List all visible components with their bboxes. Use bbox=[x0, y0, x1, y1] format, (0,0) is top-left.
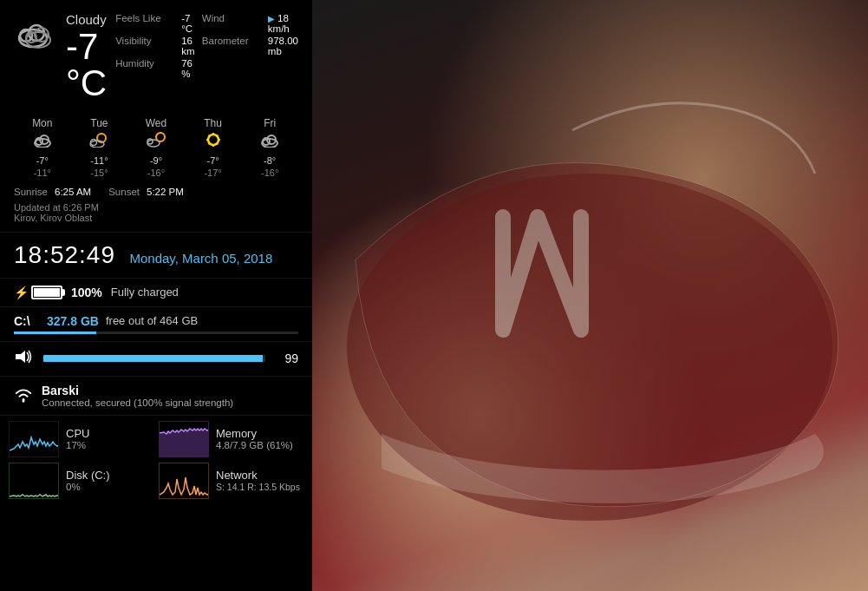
memory-graph bbox=[159, 421, 209, 457]
svg-line-25 bbox=[208, 143, 210, 145]
clock-time: 18:52:49 bbox=[14, 241, 115, 268]
barometer-value: 978.00 mb bbox=[268, 36, 298, 56]
disk-stat-name: Disk (C:) bbox=[66, 469, 110, 482]
stats-section: CPU 17% Memory 4.8/7.9 GB (61%) bbox=[0, 416, 312, 504]
weather-temperature: -7 °C bbox=[66, 29, 107, 102]
disk-label: C:\ bbox=[14, 314, 40, 328]
wind-value: ▶ 18 km/h bbox=[268, 13, 298, 34]
svg-marker-29 bbox=[16, 351, 25, 363]
memory-value: 4.8/7.9 GB (61%) bbox=[216, 440, 293, 450]
network-value: S: 14.1 R: 13.5 Kbps bbox=[216, 482, 300, 492]
updated-text: Updated at 6:26 PM bbox=[14, 202, 298, 213]
sunset-label: Sunset bbox=[108, 187, 140, 197]
day-icon-tue bbox=[89, 132, 108, 152]
barometer-label: Barometer bbox=[202, 36, 263, 56]
battery-percentage: 100% bbox=[71, 286, 102, 299]
day-icon-fri bbox=[260, 132, 279, 152]
weather-footer: Updated at 6:26 PM Kirov, Kirov Oblast bbox=[14, 202, 298, 223]
disk-desc: free out of 464 GB bbox=[106, 314, 198, 327]
volume-icon bbox=[14, 349, 35, 369]
clock-section: 18:52:49 Monday, March 05, 2018 bbox=[0, 233, 312, 279]
svg-line-22 bbox=[208, 135, 210, 137]
forecast-row: Mon -7° -11° Tue bbox=[14, 110, 298, 180]
day-name-thu: Thu bbox=[204, 117, 222, 129]
wifi-name: Barski bbox=[42, 384, 233, 397]
battery-bar bbox=[31, 286, 62, 299]
humidity-label: Humidity bbox=[115, 58, 176, 79]
location-text: Kirov, Kirov Oblast bbox=[14, 213, 298, 223]
wifi-status: Connected, secured (100% signal strength… bbox=[42, 397, 233, 408]
stat-network: Network S: 14.1 R: 13.5 Kbps bbox=[159, 463, 303, 499]
sunrise-label: Sunrise bbox=[14, 187, 48, 197]
forecast-day-mon: Mon -7° -11° bbox=[14, 117, 71, 180]
feels-like-label: Feels Like bbox=[115, 13, 176, 34]
stat-memory: Memory 4.8/7.9 GB (61%) bbox=[159, 421, 303, 457]
weather-section: Cloudy -7 °C Feels Like -7 °C Wind ▶ 18 … bbox=[0, 0, 312, 233]
wifi-section: Barski Connected, secured (100% signal s… bbox=[0, 377, 312, 416]
wifi-icon bbox=[14, 384, 33, 407]
svg-line-23 bbox=[217, 143, 219, 145]
humidity-value: 76 % bbox=[181, 58, 202, 79]
day-icon-thu bbox=[204, 132, 223, 152]
left-panel: Cloudy -7 °C Feels Like -7 °C Wind ▶ 18 … bbox=[0, 0, 312, 591]
stat-disk: Disk (C:) 0% bbox=[9, 463, 153, 499]
forecast-day-fri: Fri -8° -16° bbox=[241, 117, 298, 180]
day-name-wed: Wed bbox=[146, 117, 166, 129]
background-image bbox=[312, 0, 868, 591]
disk-graph bbox=[9, 463, 59, 499]
svg-point-15 bbox=[147, 140, 160, 147]
sunset-value: 5:22 PM bbox=[147, 187, 184, 197]
volume-section: 99 bbox=[0, 342, 312, 377]
feels-like-value: -7 °C bbox=[181, 13, 202, 34]
day-name-fri: Fri bbox=[264, 117, 276, 129]
weather-icon bbox=[14, 16, 57, 58]
visibility-label: Visibility bbox=[115, 36, 176, 56]
disk-free: 327.8 GB bbox=[47, 314, 99, 328]
clock-date: Monday, March 05, 2018 bbox=[129, 251, 272, 266]
forecast-day-thu: Thu -7° -17° bbox=[185, 117, 242, 180]
cpu-name: CPU bbox=[66, 427, 89, 440]
plug-icon: ⚡ bbox=[14, 286, 29, 299]
day-icon-mon bbox=[33, 132, 52, 152]
memory-name: Memory bbox=[216, 427, 293, 440]
battery-section: ⚡ 100% Fully charged bbox=[0, 279, 312, 307]
day-name-mon: Mon bbox=[32, 117, 52, 129]
wind-label: Wind bbox=[202, 13, 263, 34]
stat-cpu: CPU 17% bbox=[9, 421, 153, 457]
cpu-value: 17% bbox=[66, 440, 89, 450]
day-icon-wed bbox=[147, 132, 166, 152]
svg-line-24 bbox=[217, 135, 219, 137]
network-graph bbox=[159, 463, 209, 499]
volume-fill bbox=[43, 355, 263, 362]
network-name: Network bbox=[216, 469, 300, 482]
volume-value: 99 bbox=[274, 351, 298, 365]
sunrise-value: 6:25 AM bbox=[55, 187, 91, 197]
battery-icon: ⚡ bbox=[14, 286, 62, 299]
forecast-day-tue: Tue -11° -15° bbox=[71, 117, 128, 180]
day-name-tue: Tue bbox=[90, 117, 108, 129]
disk-progress-bar bbox=[14, 332, 96, 334]
visibility-value: 16 km bbox=[181, 36, 202, 56]
sun-row: Sunrise 6:25 AM Sunset 5:22 PM bbox=[14, 187, 298, 197]
battery-fill bbox=[34, 288, 60, 297]
battery-status: Fully charged bbox=[111, 286, 179, 299]
weather-details: Feels Like -7 °C Wind ▶ 18 km/h Visibili… bbox=[115, 12, 298, 80]
forecast-day-wed: Wed -9° -16° bbox=[127, 117, 185, 180]
weather-condition: Cloudy bbox=[66, 12, 107, 27]
disk-stat-value: 0% bbox=[66, 482, 110, 492]
cpu-graph bbox=[9, 421, 59, 457]
disk-section: C:\ 327.8 GB free out of 464 GB bbox=[0, 307, 312, 342]
volume-bar[interactable] bbox=[43, 355, 265, 362]
